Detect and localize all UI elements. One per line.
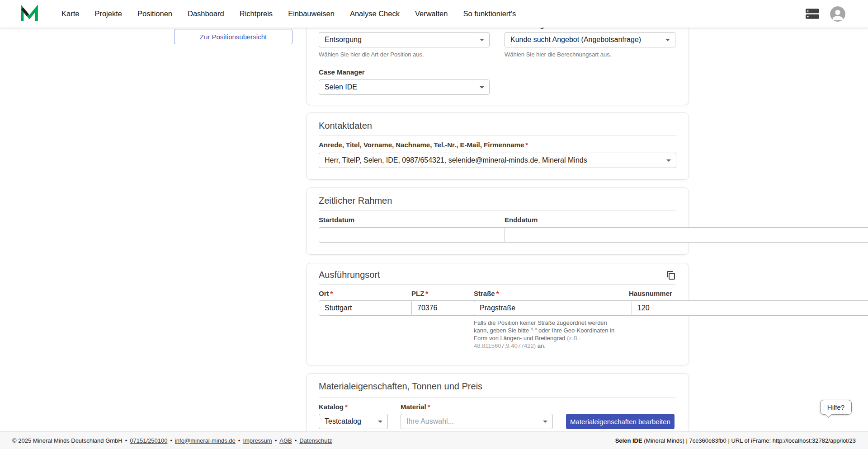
chevron-down-icon [665, 39, 670, 41]
strasse-label: Straße* [474, 290, 499, 297]
nav-item-positionen[interactable]: Positionen [137, 9, 172, 18]
phone-link[interactable]: 07151/250100 [130, 437, 167, 444]
required-mark: * [330, 290, 333, 297]
card-ausfuehrungsort: Ausführungsort Ort* PLZ* Straße* Hausnum… [306, 263, 689, 365]
agb-link[interactable]: AGB [279, 437, 292, 444]
required-mark: * [496, 290, 499, 297]
required-mark: * [425, 290, 428, 297]
required-mark: * [428, 403, 430, 411]
contact-value: Herr, TitelP, Selen, IDE, 0987/654321, s… [325, 156, 587, 164]
enddatum-label: Enddatum [505, 216, 538, 224]
position-type-select[interactable]: Entsorgung [319, 32, 490, 47]
kontaktdaten-title: Kontaktdaten [319, 121, 372, 131]
katalog-select[interactable]: Testcatalog [319, 414, 388, 429]
nav-item-einbauweisen[interactable]: Einbauweisen [288, 9, 335, 18]
user-avatar[interactable] [830, 6, 845, 22]
card-kontaktdaten: Kontaktdaten Anrede, Titel, Vorname, Nac… [306, 112, 689, 180]
email-link[interactable]: info@mineral-minds.de [175, 437, 236, 444]
contact-label-text: Anrede, Titel, Vorname, Nachname, Tel.-N… [319, 141, 524, 149]
material-select[interactable]: Ihre Auswahl... [401, 414, 553, 429]
top-navbar: Karte Projekte Positionen Dashboard Rich… [0, 0, 868, 28]
footer-left: © 2025 Mineral Minds Deutschland GmbH • … [12, 437, 332, 444]
nav-item-karte[interactable]: Karte [61, 9, 79, 18]
card-zeitlicher-rahmen: Zeitlicher Rahmen Startdatum Enddatum [306, 187, 689, 255]
footer: © 2025 Mineral Minds Deutschland GmbH • … [0, 431, 868, 449]
case-manager-value: Selen IDE [325, 83, 357, 91]
footer-session-info: Selen IDE (Mineral Minds) | 7ce360e83fb0… [615, 437, 856, 444]
position-type-value: Entsorgung [325, 36, 362, 44]
calculation-type-select[interactable]: Kunde sucht Angebot (Angebotsanfrage) [505, 32, 675, 47]
help-button-label: Hilfe? [827, 403, 844, 411]
chevron-down-icon [666, 159, 671, 162]
hausnummer-input[interactable] [632, 300, 868, 316]
required-mark: * [345, 403, 348, 411]
help-button[interactable]: Hilfe? [820, 400, 852, 415]
strasse-label-text: Straße [474, 290, 495, 297]
street-hint: Falls die Position keiner Straße zugeord… [474, 319, 619, 350]
material-title: Materialeigenschaften, Tonnen und Preis [319, 381, 482, 392]
plz-label-text: PLZ [411, 290, 424, 297]
ort-label: Ort* [319, 290, 333, 297]
divider [319, 210, 676, 211]
copy-icon[interactable] [665, 270, 676, 281]
divider [319, 397, 676, 398]
zeitlicher-rahmen-title: Zeitlicher Rahmen [319, 196, 392, 206]
nav-item-verwalten[interactable]: Verwalten [415, 9, 448, 18]
calculation-type-helper: Wählen Sie hier die Berechnungsart aus. [505, 51, 611, 58]
separator: • [170, 437, 172, 444]
nav-item-analyse-check[interactable]: Analyse Check [350, 9, 400, 18]
chevron-down-icon [480, 39, 484, 41]
ausfuehrungsort-title: Ausführungsort [319, 270, 380, 280]
street-hint-main: Falls die Position keiner Straße zugeord… [474, 319, 614, 341]
nav-item-dashboard[interactable]: Dashboard [188, 9, 224, 18]
server-icon[interactable] [806, 8, 819, 19]
plz-label: PLZ* [411, 290, 428, 297]
material-placeholder: Ihre Auswahl... [406, 417, 454, 426]
main-nav: Karte Projekte Positionen Dashboard Rich… [61, 9, 516, 18]
contact-select[interactable]: Herr, TitelP, Selen, IDE, 0987/654321, s… [319, 153, 676, 168]
brand-logo[interactable] [20, 5, 39, 23]
divider [319, 136, 676, 136]
edit-material-properties-button[interactable]: Materialeigenschaften bearbeiten [566, 414, 675, 429]
separator: • [295, 437, 297, 444]
startdatum-label: Startdatum [319, 216, 354, 224]
back-to-positions-button[interactable]: Zur Positionsübersicht [174, 29, 292, 44]
position-type-helper: Wählen Sie hier die Art der Position aus… [319, 51, 424, 58]
nav-item-richtpreis[interactable]: Richtpreis [240, 9, 273, 18]
material-label-text: Material [401, 403, 426, 411]
separator: • [125, 437, 127, 444]
katalog-label-text: Katalog [319, 403, 344, 411]
nav-item-so-funktionierts[interactable]: So funktioniert's [463, 9, 516, 18]
nav-icons [806, 6, 845, 22]
copyright-text: © 2025 Mineral Minds Deutschland GmbH [12, 437, 123, 444]
nav-item-projekte[interactable]: Projekte [94, 9, 122, 18]
katalog-value: Testcatalog [325, 417, 361, 426]
page: Art Berechnungsart Entsorgung Kunde such… [0, 0, 868, 449]
street-hint-end: an. [536, 342, 546, 349]
required-mark: * [525, 141, 528, 149]
footer-user-name: Selen IDE [615, 437, 642, 444]
datenschutz-link[interactable]: Datenschutz [299, 437, 332, 444]
material-label: Material* [401, 403, 430, 411]
chevron-down-icon [378, 421, 382, 423]
chevron-down-icon [543, 421, 547, 423]
impressum-link[interactable]: Impressum [243, 437, 272, 444]
separator: • [238, 437, 241, 444]
divider [319, 284, 676, 285]
calculation-type-value: Kunde sucht Angebot (Angebotsanfrage) [510, 36, 641, 44]
footer-session-details: (Mineral Minds) | 7ce360e83fb0 | URL of … [642, 437, 856, 444]
contact-label: Anrede, Titel, Vorname, Nachname, Tel.-N… [319, 141, 528, 149]
chevron-down-icon [480, 86, 484, 89]
enddatum-input[interactable] [505, 227, 868, 243]
katalog-label: Katalog* [319, 403, 348, 411]
separator: • [275, 437, 277, 444]
case-manager-select[interactable]: Selen IDE [319, 80, 490, 95]
hausnummer-label: Hausnummer [629, 290, 672, 297]
case-manager-label: Case Manager [319, 68, 365, 76]
ort-label-text: Ort [319, 290, 329, 297]
